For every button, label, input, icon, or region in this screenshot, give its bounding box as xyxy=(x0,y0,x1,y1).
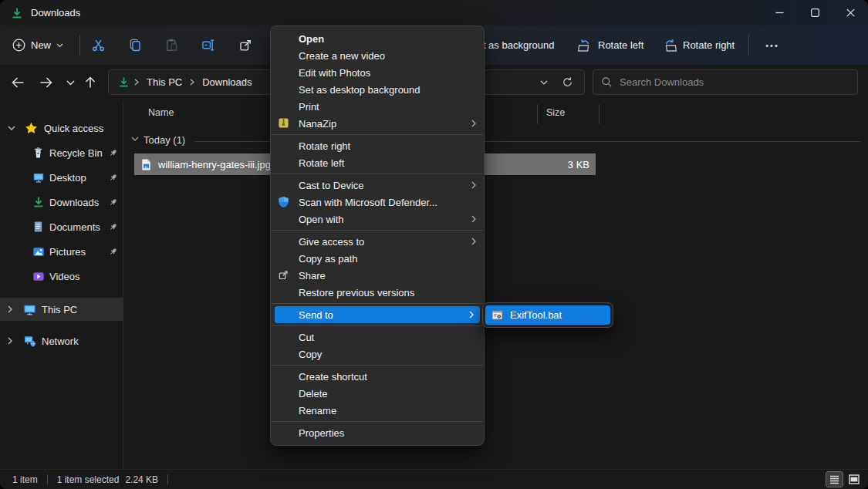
search-box[interactable] xyxy=(593,69,858,95)
back-button[interactable] xyxy=(8,73,28,92)
status-bar: 1 item 1 item selected 2.24 KB xyxy=(0,469,868,489)
new-button[interactable]: New xyxy=(12,25,63,65)
search-icon xyxy=(601,76,613,88)
sidebar-item-quick-access[interactable]: Quick access xyxy=(0,116,123,140)
titlebar: Downloads xyxy=(0,0,868,25)
menu-item-share[interactable]: Share xyxy=(271,267,484,284)
recycle-bin-icon xyxy=(32,147,44,159)
menu-item-copy[interactable]: Copy xyxy=(271,346,484,363)
file-explorer-window: Downloads New Set a xyxy=(0,0,868,489)
menu-separator xyxy=(272,134,483,135)
file-name: william-henry-gates-iii.jpg xyxy=(158,159,271,170)
downloads-location-icon xyxy=(118,76,130,88)
close-button[interactable] xyxy=(833,0,868,25)
jpg-file-icon xyxy=(140,158,152,171)
forward-button[interactable] xyxy=(35,73,56,92)
up-button[interactable] xyxy=(80,73,100,92)
recent-locations-button[interactable] xyxy=(60,73,80,92)
rename-icon xyxy=(201,38,216,52)
this-pc-icon xyxy=(23,303,36,315)
menu-item-create-a-new-video[interactable]: Create a new video xyxy=(271,47,484,64)
selection-count: 1 item selected xyxy=(57,474,120,485)
refresh-icon[interactable] xyxy=(562,76,573,88)
column-header-name[interactable]: Name xyxy=(148,107,174,118)
minimize-button[interactable] xyxy=(762,0,797,25)
menu-item-give-access-to[interactable]: Give access to xyxy=(271,233,484,250)
share-button[interactable] xyxy=(231,32,259,59)
sidebar-item-documents[interactable]: Documents xyxy=(0,214,123,239)
submenu-item-exiftool[interactable]: ExifTool.bat xyxy=(485,305,610,325)
send-to-submenu: ExifTool.bat xyxy=(482,302,613,328)
breadcrumb-chevron-icon xyxy=(190,79,194,86)
rotate-left-button[interactable]: Rotate left xyxy=(577,25,643,65)
menu-item-edit-with-photos[interactable]: Edit with Photos xyxy=(271,64,484,81)
pin-icon xyxy=(108,148,118,158)
sidebar-item-desktop[interactable]: Desktop xyxy=(0,165,123,190)
menu-item-open-with[interactable]: Open with xyxy=(271,211,484,228)
sidebar-item-videos[interactable]: Videos xyxy=(0,264,123,288)
nanazip-icon xyxy=(278,117,289,129)
copy-button[interactable] xyxy=(121,32,149,59)
menu-item-nanazip[interactable]: NanaZip xyxy=(271,115,484,132)
column-divider[interactable] xyxy=(599,104,599,124)
rename-button[interactable] xyxy=(194,32,222,59)
address-dropdown-icon[interactable] xyxy=(540,80,548,85)
menu-separator xyxy=(272,303,483,304)
paste-icon xyxy=(164,38,179,52)
sidebar-item-recycle-bin[interactable]: Recycle Bin xyxy=(0,140,123,165)
sidebar-item-downloads[interactable]: Downloads xyxy=(0,190,123,214)
menu-item-scan-with-microsoft-defender[interactable]: Scan with Microsoft Defender... xyxy=(271,194,484,211)
menu-item-set-as-desktop-background[interactable]: Set as desktop background xyxy=(271,81,484,98)
rotate-right-button[interactable]: Rotate right xyxy=(662,25,735,65)
menu-item-cut[interactable]: Cut xyxy=(271,329,484,346)
menu-item-properties[interactable]: Properties xyxy=(271,424,484,441)
menu-item-rename[interactable]: Rename xyxy=(271,402,484,419)
pin-icon xyxy=(108,173,118,183)
maximize-button[interactable] xyxy=(797,0,833,25)
thumbnail-view-button[interactable] xyxy=(846,472,862,487)
column-divider[interactable] xyxy=(537,104,538,124)
submenu-chevron-icon xyxy=(471,181,476,189)
search-input[interactable] xyxy=(620,76,849,88)
chevron-down-icon[interactable] xyxy=(131,137,139,141)
breadcrumb-this-pc[interactable]: This PC xyxy=(144,76,185,88)
chevron-right-icon[interactable] xyxy=(8,337,12,345)
chevron-down-icon[interactable] xyxy=(8,126,15,130)
menu-item-open[interactable]: Open xyxy=(271,30,484,47)
menu-item-print[interactable]: Print xyxy=(271,98,484,115)
menu-item-copy-as-path[interactable]: Copy as path xyxy=(271,250,484,267)
menu-item-restore-previous-versions[interactable]: Restore previous versions xyxy=(271,284,484,301)
see-more-button[interactable]: ••• xyxy=(758,32,786,59)
sidebar-item-network[interactable]: Network xyxy=(0,329,123,353)
menu-item-cast-to-device[interactable]: Cast to Device xyxy=(271,177,484,194)
submenu-chevron-icon xyxy=(471,120,476,127)
menu-item-rotate-left[interactable]: Rotate left xyxy=(271,154,484,171)
quick-access-star-icon xyxy=(25,122,38,134)
breadcrumb-downloads[interactable]: Downloads xyxy=(199,76,255,88)
menu-item-send-to[interactable]: Send to xyxy=(275,306,480,323)
menu-separator xyxy=(272,325,483,326)
paste-button[interactable] xyxy=(157,32,185,59)
network-icon xyxy=(23,335,36,347)
column-header-size[interactable]: Size xyxy=(546,107,565,118)
chevron-right-icon[interactable] xyxy=(8,305,12,313)
menu-separator xyxy=(272,230,483,231)
downloads-icon xyxy=(32,196,45,208)
downloads-app-icon xyxy=(11,7,23,19)
details-view-button[interactable] xyxy=(826,472,843,487)
defender-shield-icon xyxy=(278,196,289,208)
submenu-chevron-icon xyxy=(471,215,476,223)
menu-item-create-shortcut[interactable]: Create shortcut xyxy=(271,368,484,385)
menu-separator xyxy=(272,174,483,174)
menu-item-delete[interactable]: Delete xyxy=(271,385,484,402)
sidebar-item-pictures[interactable]: Pictures xyxy=(0,239,123,264)
sidebar-item-this-pc[interactable]: This PC xyxy=(0,298,123,321)
group-header-today[interactable]: Today (1) xyxy=(123,131,868,151)
menu-item-rotate-right[interactable]: Rotate right xyxy=(271,137,484,154)
batch-file-icon xyxy=(491,310,503,320)
pin-icon xyxy=(108,222,118,232)
toolbar-separator xyxy=(79,35,80,56)
cut-button[interactable] xyxy=(84,32,112,59)
file-size: 3 KB xyxy=(568,159,589,170)
status-divider xyxy=(167,474,168,484)
